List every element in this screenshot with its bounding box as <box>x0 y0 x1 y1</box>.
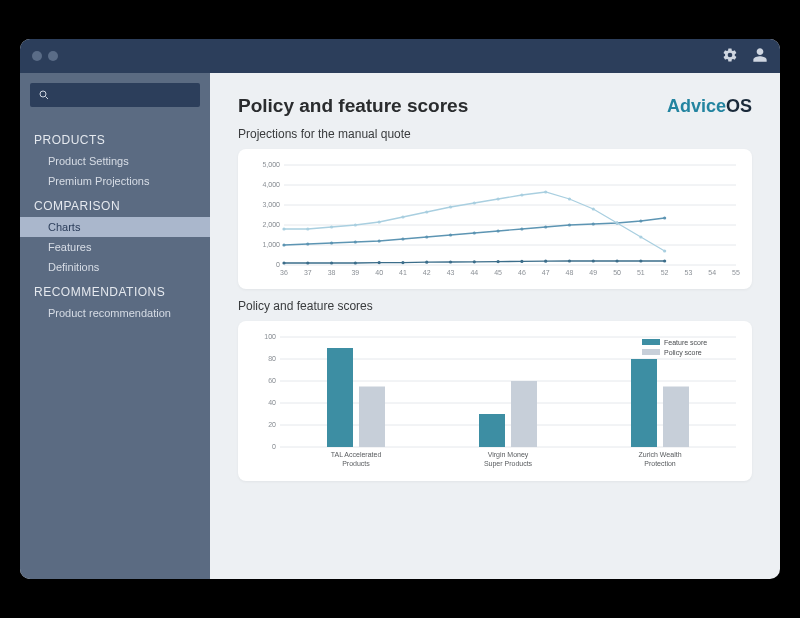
svg-rect-97 <box>642 339 660 345</box>
svg-point-49 <box>639 259 642 262</box>
svg-text:48: 48 <box>566 269 574 276</box>
svg-point-52 <box>306 242 309 245</box>
svg-point-47 <box>592 259 595 262</box>
svg-text:45: 45 <box>494 269 502 276</box>
svg-point-81 <box>592 207 595 210</box>
user-icon[interactable] <box>752 47 768 66</box>
brand-part-b: OS <box>726 96 752 116</box>
svg-text:Virgin Money: Virgin Money <box>488 451 529 459</box>
svg-text:Policy score: Policy score <box>664 349 702 357</box>
svg-point-39 <box>401 261 404 264</box>
svg-text:51: 51 <box>637 269 645 276</box>
svg-text:100: 100 <box>264 333 276 340</box>
sidebar-item-product-settings[interactable]: Product Settings <box>20 151 210 171</box>
sidebar-item-features[interactable]: Features <box>20 237 210 257</box>
sidebar-heading-products: PRODUCTS <box>20 125 210 151</box>
svg-point-64 <box>592 222 595 225</box>
svg-point-72 <box>378 220 381 223</box>
svg-point-84 <box>663 249 666 252</box>
svg-rect-106 <box>511 381 537 447</box>
window-dot[interactable] <box>48 51 58 61</box>
svg-point-69 <box>306 227 309 230</box>
svg-text:53: 53 <box>685 269 693 276</box>
svg-point-53 <box>330 241 333 244</box>
svg-point-42 <box>473 260 476 263</box>
svg-point-68 <box>282 227 285 230</box>
svg-point-54 <box>354 240 357 243</box>
window-controls <box>32 51 58 61</box>
svg-text:1,000: 1,000 <box>262 241 280 248</box>
svg-text:40: 40 <box>375 269 383 276</box>
svg-point-75 <box>449 205 452 208</box>
gear-icon[interactable] <box>722 47 738 66</box>
sidebar-item-charts[interactable]: Charts <box>20 217 210 237</box>
svg-text:Protection: Protection <box>644 460 676 467</box>
svg-text:0: 0 <box>272 443 276 450</box>
sidebar-heading-comparison: COMPARISON <box>20 191 210 217</box>
svg-point-57 <box>425 235 428 238</box>
svg-text:39: 39 <box>351 269 359 276</box>
titlebar <box>20 39 780 73</box>
svg-point-59 <box>473 231 476 234</box>
svg-point-38 <box>378 261 381 264</box>
scores-section-title: Policy and feature scores <box>238 299 752 313</box>
svg-text:4,000: 4,000 <box>262 181 280 188</box>
search-input[interactable] <box>30 83 200 107</box>
svg-text:60: 60 <box>268 377 276 384</box>
svg-point-48 <box>615 259 618 262</box>
svg-rect-99 <box>642 349 660 355</box>
svg-point-55 <box>378 239 381 242</box>
svg-text:40: 40 <box>268 399 276 406</box>
svg-point-35 <box>306 261 309 264</box>
svg-rect-109 <box>631 359 657 447</box>
svg-point-83 <box>639 235 642 238</box>
svg-text:36: 36 <box>280 269 288 276</box>
svg-text:0: 0 <box>276 261 280 268</box>
svg-text:43: 43 <box>447 269 455 276</box>
svg-point-76 <box>473 201 476 204</box>
svg-text:5,000: 5,000 <box>262 161 280 168</box>
projections-section-title: Projections for the manual quote <box>238 127 752 141</box>
svg-text:80: 80 <box>268 355 276 362</box>
svg-point-74 <box>425 210 428 213</box>
svg-point-51 <box>282 243 285 246</box>
svg-text:38: 38 <box>328 269 336 276</box>
svg-point-70 <box>330 225 333 228</box>
svg-point-36 <box>330 261 333 264</box>
svg-point-80 <box>568 197 571 200</box>
main-content: Policy and feature scores AdviceOS Proje… <box>210 73 780 579</box>
svg-text:50: 50 <box>613 269 621 276</box>
svg-point-41 <box>449 260 452 263</box>
svg-point-78 <box>520 193 523 196</box>
svg-text:49: 49 <box>589 269 597 276</box>
svg-text:52: 52 <box>661 269 669 276</box>
svg-text:Super Products: Super Products <box>484 460 533 468</box>
svg-text:Feature score: Feature score <box>664 339 707 346</box>
svg-point-71 <box>354 223 357 226</box>
svg-text:55: 55 <box>732 269 740 276</box>
sidebar-item-product-recommendation[interactable]: Product recommendation <box>20 303 210 323</box>
svg-text:47: 47 <box>542 269 550 276</box>
svg-point-82 <box>615 221 618 224</box>
brand-part-a: Advice <box>667 96 726 116</box>
svg-point-62 <box>544 225 547 228</box>
svg-rect-110 <box>663 387 689 448</box>
window-dot[interactable] <box>32 51 42 61</box>
sidebar-item-premium-projections[interactable]: Premium Projections <box>20 171 210 191</box>
svg-text:46: 46 <box>518 269 526 276</box>
brand-logo: AdviceOS <box>667 96 752 117</box>
search-icon <box>38 89 50 101</box>
page-title: Policy and feature scores <box>238 95 468 117</box>
svg-text:2,000: 2,000 <box>262 221 280 228</box>
svg-text:44: 44 <box>470 269 478 276</box>
svg-text:TAL Accelerated: TAL Accelerated <box>331 451 382 458</box>
svg-rect-102 <box>359 387 385 448</box>
svg-point-45 <box>544 260 547 263</box>
svg-point-44 <box>520 260 523 263</box>
app-window: PRODUCTS Product Settings Premium Projec… <box>20 39 780 579</box>
sidebar-item-definitions[interactable]: Definitions <box>20 257 210 277</box>
projections-chart-card: 01,0002,0003,0004,0005,00036373839404142… <box>238 149 752 289</box>
svg-point-50 <box>663 259 666 262</box>
projections-line-chart: 01,0002,0003,0004,0005,00036373839404142… <box>252 159 742 283</box>
svg-text:41: 41 <box>399 269 407 276</box>
